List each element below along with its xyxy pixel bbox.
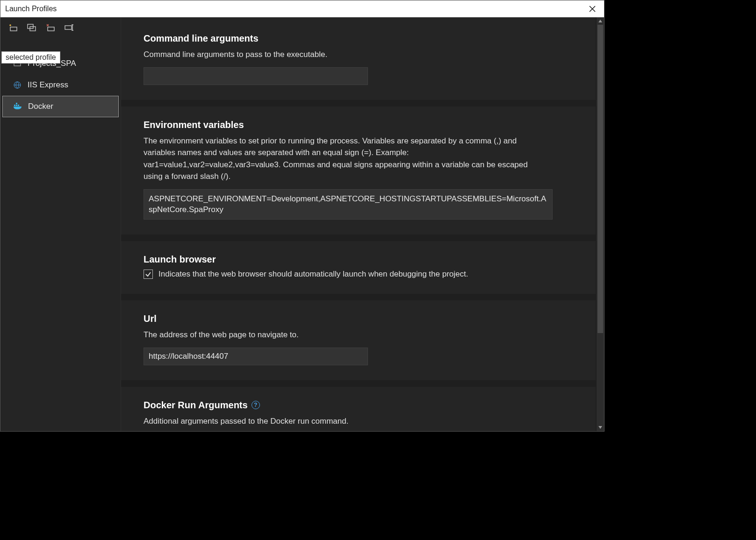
- new-profile-button[interactable]: [7, 22, 19, 33]
- profile-item-docker[interactable]: Docker: [2, 96, 119, 117]
- rename-profile-button[interactable]: [63, 22, 75, 33]
- section-description: Additional arguments passed to the Docke…: [144, 415, 522, 427]
- checkbox-label: Indicates that the web browser should au…: [158, 270, 468, 279]
- scroll-up-arrow-icon[interactable]: [597, 17, 604, 25]
- profile-label: IIS Express: [28, 80, 68, 90]
- section-title: Command line arguments: [144, 33, 573, 44]
- command-line-arguments-input[interactable]: [144, 67, 368, 85]
- svg-rect-3: [48, 27, 54, 31]
- section-description: The address of the web page to navigate …: [144, 329, 522, 341]
- vertical-scrollbar[interactable]: [597, 17, 604, 431]
- section-title: Launch browser: [144, 254, 573, 265]
- section-title: Docker Run Arguments ?: [144, 400, 573, 411]
- svg-rect-9: [18, 105, 19, 106]
- section-command-line-arguments: Command line arguments Command line argu…: [121, 17, 596, 100]
- section-description: Command line arguments to pass to the ex…: [144, 49, 522, 61]
- section-docker-run-arguments: Docker Run Arguments ? Additional argume…: [121, 387, 596, 431]
- sidebar-toolbar: [0, 17, 121, 35]
- section-launch-browser: Launch browser Indicates that the web br…: [121, 241, 596, 294]
- content-area: Command line arguments Command line argu…: [121, 17, 604, 431]
- svg-rect-10: [16, 103, 17, 104]
- launch-browser-checkbox[interactable]: [144, 270, 153, 279]
- titlebar: Launch Profiles: [0, 0, 604, 17]
- globe-icon: [13, 80, 22, 90]
- sidebar: selected profile Projects_SPA II: [0, 17, 121, 431]
- svg-rect-8: [16, 105, 17, 106]
- window-title: Launch Profiles: [5, 5, 57, 13]
- environment-variables-input[interactable]: ASPNETCORE_ENVIRONMENT=Development,ASPNE…: [144, 189, 553, 220]
- section-title: Url: [144, 313, 573, 324]
- section-description: The environment variables to set prior t…: [144, 135, 546, 183]
- profile-label: Docker: [28, 102, 53, 111]
- content-scroll: Command line arguments Command line argu…: [121, 17, 597, 431]
- profile-item-iis-express[interactable]: IIS Express: [0, 74, 121, 96]
- help-icon[interactable]: ?: [252, 401, 260, 409]
- url-input[interactable]: [144, 348, 368, 365]
- launch-profiles-dialog: Launch Profiles: [0, 0, 605, 432]
- section-title: Environment variables: [144, 120, 573, 130]
- docker-icon: [13, 102, 22, 111]
- dialog-body: selected profile Projects_SPA II: [0, 17, 604, 431]
- duplicate-profile-button[interactable]: [26, 22, 38, 33]
- scroll-down-arrow-icon[interactable]: [597, 424, 604, 431]
- tooltip: selected profile: [1, 51, 60, 64]
- scrollbar-track[interactable]: [597, 25, 604, 424]
- section-environment-variables: Environment variables The environment va…: [121, 107, 596, 235]
- svg-rect-7: [14, 105, 15, 106]
- section-url: Url The address of the web page to navig…: [121, 300, 596, 380]
- svg-rect-4: [65, 26, 72, 29]
- scrollbar-thumb[interactable]: [598, 25, 603, 333]
- close-button[interactable]: [585, 2, 599, 16]
- svg-rect-0: [10, 27, 17, 31]
- delete-profile-button[interactable]: [44, 22, 57, 33]
